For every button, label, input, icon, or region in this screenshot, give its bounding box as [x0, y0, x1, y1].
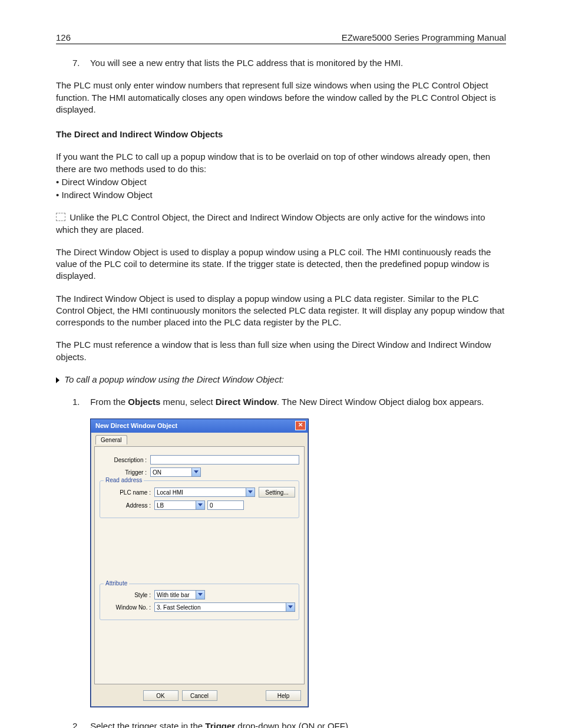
window-no-label: Window No. : — [104, 604, 154, 611]
procedure-heading: To call a popup window using the Direct … — [56, 374, 506, 386]
chevron-down-icon[interactable] — [196, 591, 204, 599]
address-label: Address : — [104, 502, 154, 509]
attribute-group: Attribute Style : Window No. : — [100, 584, 299, 620]
style-combobox[interactable] — [154, 590, 205, 599]
list-item-2: 2. Select the trigger state in the Trigg… — [72, 720, 506, 728]
svg-marker-4 — [288, 605, 293, 608]
paragraph: The Direct Window Object is used to disp… — [56, 246, 506, 282]
chevron-down-icon[interactable] — [246, 488, 254, 496]
note-paragraph: Unlike the PLC Control Object, the Direc… — [56, 212, 506, 236]
dialog-title: New Direct Window Object — [95, 422, 177, 429]
dialog-screenshot: New Direct Window Object ✕ General Descr… — [90, 419, 506, 707]
paragraph: If you want the PLC to call up a popup w… — [56, 151, 506, 175]
svg-marker-0 — [194, 470, 199, 473]
subheading-direct-indirect: The Direct and Indirect Window Objects — [56, 129, 506, 140]
address-type-combobox[interactable] — [154, 500, 205, 510]
tab-panel-general: Description : Trigger : Read address — [94, 446, 305, 684]
group-title-read-address: Read address — [104, 477, 144, 483]
dialog-titlebar[interactable]: New Direct Window Object ✕ — [91, 419, 308, 433]
page-header: 126 EZware5000 Series Programming Manual — [56, 32, 506, 44]
trigger-combobox[interactable] — [150, 467, 201, 477]
manual-title: EZware5000 Series Programming Manual — [342, 32, 506, 42]
window-no-combobox[interactable] — [154, 602, 295, 612]
chevron-down-icon[interactable] — [286, 603, 295, 611]
read-address-group: Read address PLC name : Setting... Addre… — [100, 480, 299, 518]
help-button[interactable]: Help — [266, 690, 301, 701]
list-num: 1. — [72, 396, 88, 408]
bullet-item: • Indirect Window Object — [56, 189, 506, 201]
trigger-label: Trigger : — [100, 469, 150, 476]
list-num: 7. — [72, 57, 88, 69]
page-number: 126 — [56, 32, 71, 42]
paragraph: The Indirect Window Object is used to di… — [56, 293, 506, 329]
triangle-icon — [56, 377, 59, 383]
paragraph: The PLC must only enter window numbers t… — [56, 80, 506, 116]
bullet-item: • Direct Window Object — [56, 176, 506, 188]
ok-button[interactable]: OK — [143, 690, 178, 701]
list-item-7: 7. You will see a new entry that lists t… — [72, 57, 506, 69]
plc-name-combobox[interactable] — [154, 487, 255, 497]
plc-name-value[interactable] — [154, 487, 255, 497]
close-icon[interactable]: ✕ — [295, 421, 306, 430]
new-direct-window-dialog: New Direct Window Object ✕ General Descr… — [90, 419, 309, 707]
svg-marker-3 — [198, 593, 203, 596]
plc-name-label: PLC name : — [104, 489, 154, 496]
dialog-button-row: OK Cancel Help — [94, 684, 305, 707]
window-no-value[interactable] — [154, 602, 295, 612]
list-num: 2. — [72, 720, 88, 728]
description-label: Description : — [100, 457, 150, 463]
chevron-down-icon[interactable] — [196, 501, 204, 509]
setting-button[interactable]: Setting... — [259, 487, 295, 498]
list-item-1: 1. From the Objects menu, select Direct … — [72, 396, 506, 408]
tab-strip: General — [94, 435, 305, 446]
style-label: Style : — [104, 592, 154, 598]
group-title-attribute: Attribute — [104, 580, 129, 587]
paragraph: The PLC must reference a window that is … — [56, 339, 506, 363]
cancel-button[interactable]: Cancel — [182, 690, 217, 701]
chevron-down-icon[interactable] — [191, 468, 200, 476]
note-icon — [56, 213, 65, 221]
svg-marker-1 — [248, 490, 253, 493]
description-input[interactable] — [150, 455, 299, 465]
svg-marker-2 — [198, 503, 203, 506]
list-text: You will see a new entry that lists the … — [90, 58, 403, 68]
address-value-input[interactable] — [207, 500, 244, 510]
tab-general[interactable]: General — [95, 435, 127, 444]
